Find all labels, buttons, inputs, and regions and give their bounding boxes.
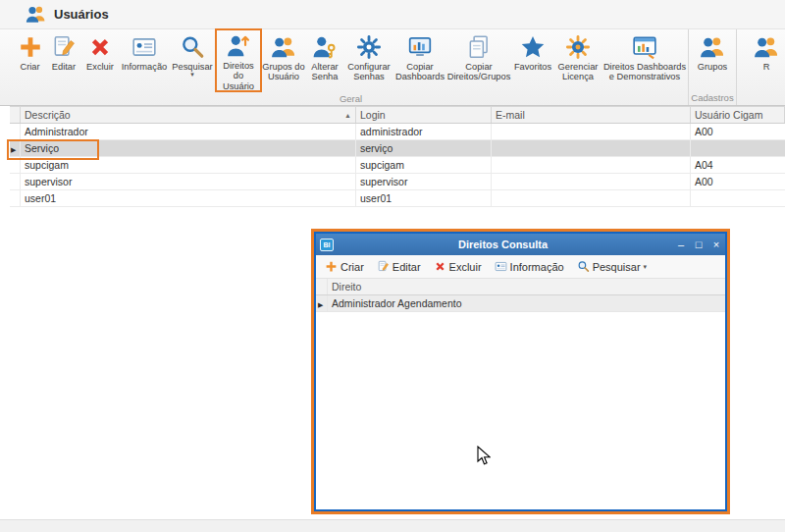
cell-usuario-cigam[interactable]: [691, 190, 785, 206]
cell-login[interactable]: user01: [356, 190, 492, 206]
maximize-icon[interactable]: □: [690, 235, 707, 255]
partial-icon: [754, 34, 779, 60]
table-row[interactable]: user01 user01: [10, 190, 785, 207]
table-row-selected[interactable]: ▶ Serviço serviço: [10, 140, 785, 157]
favoritos-button[interactable]: Favoritos: [511, 29, 554, 91]
dialog-pesquisar-button[interactable]: Pesquisar ▾: [577, 260, 647, 273]
grupos-do-usuario-label: Grupos do Usuário: [262, 62, 305, 82]
annotation-dialog-highlight: BI Direitos Consulta – □ × Criar Editar: [311, 229, 730, 514]
cell-login[interactable]: administrador: [356, 124, 492, 139]
chevron-down-icon[interactable]: ▾: [644, 264, 648, 269]
row-selector: [10, 124, 21, 139]
delete-x-icon: [434, 260, 446, 273]
license-gear-icon: [565, 34, 591, 60]
cell-descricao[interactable]: supervisor: [21, 174, 356, 189]
ribbon-group-geral: Criar Editar Excluir Informação Pesquisa…: [14, 29, 689, 105]
cell-direito[interactable]: Administrador Agendamento: [328, 295, 725, 311]
alterar-senha-label: Alterar Senha: [305, 62, 344, 82]
gerenciar-licenca-button[interactable]: Gerenciar Licença: [554, 29, 602, 91]
cell-login[interactable]: supervisor: [356, 174, 492, 189]
info-card-icon: [131, 34, 157, 60]
chevron-down-icon[interactable]: ▾: [190, 72, 194, 77]
cell-email[interactable]: [492, 174, 691, 189]
cell-descricao[interactable]: Serviço: [21, 140, 356, 156]
cell-descricao[interactable]: supcigam: [21, 157, 356, 173]
sort-asc-icon: ▲: [344, 112, 351, 119]
dialog-informacao-label: Informação: [510, 261, 564, 273]
cell-email[interactable]: [492, 140, 691, 156]
alterar-senha-button[interactable]: Alterar Senha: [305, 29, 344, 91]
copiar-direitos-grupos-button[interactable]: Copiar Direitos/Grupos: [446, 29, 511, 91]
close-icon[interactable]: ×: [707, 235, 725, 255]
cell-email[interactable]: [492, 124, 691, 139]
partial-label: R: [763, 62, 770, 72]
page-title: Usuários: [54, 7, 109, 22]
cell-descricao[interactable]: Administrador: [21, 124, 356, 139]
configurar-senhas-button[interactable]: Configurar Senhas: [344, 29, 393, 91]
table-row[interactable]: Administrador administrador A00: [10, 124, 785, 140]
row-marker-icon: ▶: [11, 146, 16, 153]
pesquisar-button[interactable]: Pesquisar ▾: [170, 29, 215, 91]
dialog-table-row-selected[interactable]: ▶ Administrador Agendamento: [316, 295, 725, 312]
user-groups-icon: [271, 34, 296, 60]
excluir-button[interactable]: Excluir: [81, 29, 119, 91]
cell-login[interactable]: serviço: [356, 140, 492, 156]
column-header-direito[interactable]: Direito: [328, 279, 725, 294]
dialog-criar-label: Criar: [340, 261, 364, 273]
cell-email[interactable]: [492, 157, 691, 173]
plus-icon: [18, 34, 43, 60]
copiar-direitos-grupos-label: Copiar Direitos/Grupos: [446, 62, 511, 82]
dialog-empty-area: [316, 312, 725, 509]
cell-usuario-cigam[interactable]: [691, 140, 785, 156]
dialog-editar-button[interactable]: Editar: [377, 260, 421, 273]
table-row[interactable]: supcigam supcigam A04: [10, 157, 785, 174]
grupos-label: Grupos: [698, 62, 728, 72]
cell-usuario-cigam[interactable]: A00: [691, 124, 785, 139]
informacao-label: Informação: [122, 62, 168, 72]
column-header-login[interactable]: Login: [356, 107, 492, 123]
dialog-criar-button[interactable]: Criar: [325, 260, 364, 273]
dialog-editar-label: Editar: [392, 261, 421, 273]
direitos-dashboards-button[interactable]: Direitos Dashboards e Demonstrativos: [602, 29, 688, 91]
dialog-table: Direito ▶ Administrador Agendamento: [316, 279, 725, 312]
delete-x-icon: [87, 34, 113, 60]
cell-usuario-cigam[interactable]: A04: [691, 157, 785, 173]
user-rights-icon: [226, 33, 251, 59]
star-icon: [520, 34, 546, 60]
editar-button[interactable]: Editar: [46, 29, 81, 91]
row-selector: ▶: [10, 140, 21, 156]
table-header-row: Descrição ▲ Login E-mail Usuário Cigam: [10, 106, 785, 124]
column-header-email[interactable]: E-mail: [492, 107, 691, 123]
configurar-senhas-label: Configurar Senhas: [344, 62, 393, 82]
partial-button[interactable]: R: [737, 29, 785, 91]
gerenciar-licenca-label: Gerenciar Licença: [554, 62, 602, 82]
criar-label: Criar: [20, 62, 39, 72]
copiar-dashboards-button[interactable]: Copiar Dashboards: [393, 29, 446, 91]
page-header: Usuários: [0, 0, 785, 29]
criar-button[interactable]: Criar: [14, 29, 46, 91]
direitos-consulta-dialog: BI Direitos Consulta – □ × Criar Editar: [314, 232, 727, 511]
direitos-do-usuario-button[interactable]: Direitos do Usuário: [215, 28, 262, 92]
dialog-informacao-button[interactable]: Informação: [495, 260, 564, 273]
cell-usuario-cigam[interactable]: A00: [691, 174, 785, 189]
cell-email[interactable]: [492, 190, 691, 206]
column-header-descricao[interactable]: Descrição ▲: [21, 107, 356, 123]
table-row[interactable]: supervisor supervisor A00: [10, 174, 785, 190]
row-selector-header: [10, 107, 21, 123]
app-window: Usuários Criar Editar Excluir I: [0, 0, 785, 532]
column-header-usuario-cigam[interactable]: Usuário Cigam: [691, 107, 785, 123]
informacao-button[interactable]: Informação: [119, 29, 170, 91]
cell-login[interactable]: supcigam: [356, 157, 492, 173]
row-selector: [10, 157, 21, 173]
grupos-do-usuario-button[interactable]: Grupos do Usuário: [262, 29, 305, 91]
toolbar-ribbon: Criar Editar Excluir Informação Pesquisa…: [0, 29, 785, 106]
cell-descricao[interactable]: user01: [21, 190, 356, 206]
direitos-do-usuario-label: Direitos do Usuário: [217, 61, 260, 91]
dialog-excluir-button[interactable]: Excluir: [434, 260, 482, 273]
minimize-icon[interactable]: –: [672, 235, 690, 255]
dialog-excluir-label: Excluir: [449, 261, 482, 273]
grupos-button[interactable]: Grupos: [689, 29, 736, 91]
users-table: Descrição ▲ Login E-mail Usuário Cigam A…: [10, 106, 785, 207]
users-icon: [26, 4, 46, 25]
dialog-titlebar[interactable]: BI Direitos Consulta – □ ×: [316, 234, 725, 255]
